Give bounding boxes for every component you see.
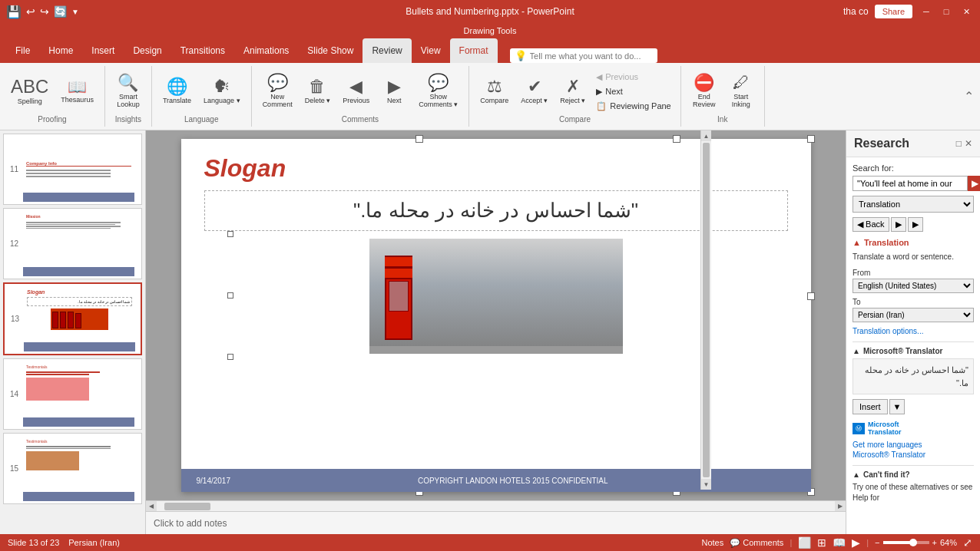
tell-me-input[interactable] — [530, 51, 653, 61]
notes-status-button[interactable]: Notes — [701, 538, 723, 547]
from-language-select[interactable]: English (United States) English (UK) — [853, 279, 974, 293]
slide-thumbnail-14[interactable]: 14 Testimonials — [3, 358, 142, 430]
language-label: Language ▾ — [204, 97, 240, 104]
insert-dropdown-button[interactable]: ▼ — [889, 399, 906, 414]
horizontal-scrollbar[interactable]: ◀ ▶ — [146, 500, 846, 511]
insert-button[interactable]: Insert — [853, 399, 888, 414]
tab-animations[interactable]: Animations — [234, 38, 298, 63]
cant-find-description: Try one of these alternatives or see Hel… — [853, 482, 974, 503]
ms-translator-link[interactable]: Microsoft® Translator — [853, 450, 974, 459]
smart-lookup-button[interactable]: 🔍 SmartLookup — [111, 71, 145, 111]
forward-button[interactable]: ▶ — [891, 217, 906, 232]
comments-status-button[interactable]: 💬Comments — [730, 538, 783, 548]
selection-handle-tc[interactable] — [673, 135, 680, 143]
get-more-languages-link[interactable]: Get more languages — [853, 440, 974, 449]
slide-thumbnail-11[interactable]: 11 Company Info — [3, 134, 142, 205]
research-resize-icon[interactable]: □ — [956, 138, 962, 149]
notes-bar[interactable]: Click to add notes — [146, 511, 846, 534]
delete-comment-button[interactable]: 🗑 Delete ▾ — [300, 75, 336, 107]
tab-file[interactable]: File — [6, 38, 39, 63]
tab-home[interactable]: Home — [39, 38, 82, 63]
slide-thumbnail-13[interactable]: 13 Slogan شما احساس در خانه در محله ما. — [3, 282, 142, 355]
share-button[interactable]: Share — [875, 5, 912, 18]
tab-design[interactable]: Design — [124, 38, 171, 63]
textbox-handle-bl[interactable] — [227, 354, 233, 360]
zoom-slider[interactable] — [883, 541, 929, 544]
translate-button[interactable]: 🌐 Translate — [158, 75, 196, 107]
tab-insert[interactable]: Insert — [82, 38, 124, 63]
slide-sorter-btn[interactable]: ⊞ — [817, 536, 826, 549]
drawing-tools-bar: Drawing Tools — [0, 23, 980, 38]
scroll-up-button[interactable]: ▲ — [701, 130, 711, 141]
to-language-select[interactable]: Persian (Iran) French Spanish — [853, 308, 974, 322]
scroll-left-button[interactable]: ◀ — [146, 501, 157, 512]
vertical-scrollbar[interactable]: ▲ ▼ — [700, 130, 711, 490]
next-comment-label: Next — [387, 97, 402, 104]
start-inking-button[interactable]: 🖊 StartInking — [724, 71, 758, 111]
textbox-handle-tl[interactable] — [227, 231, 233, 237]
research-close-icon[interactable]: ✕ — [965, 138, 972, 149]
end-review-button[interactable]: ⛔ EndReview — [687, 71, 721, 111]
forward-button-2[interactable]: ▶ — [908, 217, 923, 232]
normal-view-btn[interactable]: ⬜ — [798, 536, 811, 549]
selection-handle-tr[interactable] — [807, 135, 815, 143]
redo-icon[interactable]: ↪ — [40, 5, 49, 18]
ms-translator-header[interactable]: ▲ Microsoft® Translator — [853, 347, 974, 355]
tell-me-box[interactable]: 💡 — [510, 48, 657, 63]
research-search-input[interactable] — [853, 176, 968, 191]
collapse-ribbon-icon[interactable]: ⌃ — [964, 89, 974, 104]
compare-button[interactable]: ⚖ Compare — [475, 75, 513, 107]
undo-icon[interactable]: ↩ — [26, 5, 35, 18]
research-header: Research □ ✕ — [846, 130, 980, 157]
back-button[interactable]: ◀ Back — [853, 217, 889, 232]
previous-nav-button[interactable]: ◀ Previous — [593, 71, 641, 84]
cant-find-header[interactable]: ▲ Can't find it? — [853, 470, 974, 479]
reviewing-pane-button[interactable]: 📋 Reviewing Pane — [593, 100, 674, 113]
selection-handle-tl[interactable] — [416, 135, 423, 143]
tab-slide-show[interactable]: Slide Show — [298, 38, 363, 63]
accept-button[interactable]: ✔ Accept ▾ — [516, 75, 552, 107]
selection-handle-mr[interactable] — [807, 292, 815, 300]
thesaurus-button[interactable]: 📖 Thesaurus — [56, 76, 98, 107]
zoom-out-btn[interactable]: − — [875, 538, 879, 547]
reading-view-btn[interactable]: 📖 — [833, 536, 846, 549]
close-btn[interactable]: ✕ — [958, 4, 974, 19]
tab-format[interactable]: Format — [450, 38, 498, 63]
ribbon-collapse[interactable]: ⌃ — [964, 66, 980, 127]
scroll-down-button[interactable]: ▼ — [701, 479, 711, 490]
research-dropdown[interactable]: Translation Dictionary Thesaurus — [853, 196, 974, 213]
slideshow-btn[interactable]: ▶ — [852, 536, 860, 549]
translation-header[interactable]: ▲ Translation — [853, 238, 974, 247]
repeat-icon[interactable]: 🔄 — [54, 5, 67, 18]
show-comments-icon: 💬 — [428, 74, 449, 91]
slide-thumbnail-15[interactable]: 15 Testimonials — [3, 433, 142, 504]
zoom-slider-thumb[interactable] — [909, 539, 917, 546]
pbox-5-crown — [385, 257, 412, 268]
zoom-in-btn[interactable]: + — [932, 538, 937, 547]
reject-button[interactable]: ✗ Reject ▾ — [555, 75, 590, 107]
tab-review[interactable]: Review — [363, 38, 411, 63]
scroll-right-button[interactable]: ▶ — [835, 501, 846, 512]
research-type-select[interactable]: Translation Dictionary Thesaurus — [853, 196, 973, 212]
translation-options-link[interactable]: Translation options... — [853, 327, 974, 335]
tab-transitions[interactable]: Transitions — [171, 38, 234, 63]
save-icon[interactable]: 💾 — [6, 5, 22, 19]
minimize-btn[interactable]: ─ — [919, 4, 934, 19]
scroll-thumb-h[interactable] — [164, 503, 210, 510]
scroll-thumb[interactable] — [703, 143, 710, 477]
delete-comment-icon: 🗑 — [309, 78, 326, 95]
new-comment-button[interactable]: 💬 NewComment — [258, 71, 297, 111]
previous-comment-button[interactable]: ◀ Previous — [338, 75, 374, 107]
show-comments-button[interactable]: 💬 ShowComments ▾ — [414, 71, 462, 111]
fit-btn[interactable]: ⤢ — [963, 536, 972, 549]
slide-thumbnail-12[interactable]: 12 Mission — [3, 208, 142, 279]
qat-dropdown[interactable]: ▼ — [71, 8, 79, 16]
spelling-button[interactable]: ABC Spelling — [6, 74, 53, 108]
maximize-btn[interactable]: □ — [939, 4, 954, 19]
ink-items: ⛔ EndReview 🖊 StartInking — [687, 69, 758, 114]
next-comment-button[interactable]: ▶ Next — [377, 75, 411, 107]
research-search-button[interactable]: ▶ — [968, 176, 980, 191]
tab-view[interactable]: View — [412, 38, 450, 63]
next-nav-button[interactable]: ▶ Next — [593, 85, 626, 98]
language-button[interactable]: 🗣 Language ▾ — [199, 75, 245, 107]
